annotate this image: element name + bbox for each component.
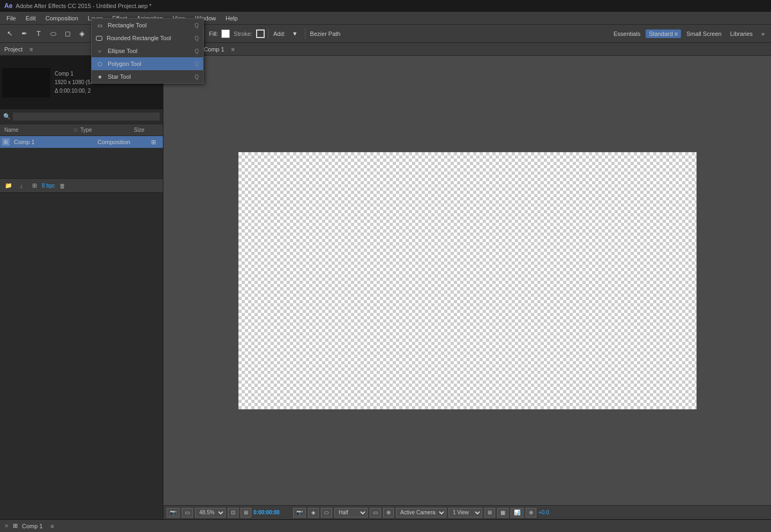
comp-flow-btn[interactable]: ⊞ (484, 508, 495, 518)
ws-small-screen[interactable]: Small Screen (683, 29, 724, 38)
dropdown-item-rectangle[interactable]: ▭ Rectangle Tool Q (92, 19, 203, 32)
dropdown-item-ellipse[interactable]: ○ Ellipse Tool Q (92, 44, 203, 57)
project-table-header: Name ⊙ Type Size (0, 124, 163, 136)
dropdown-item-star[interactable]: ★ Star Tool Q (92, 70, 203, 83)
selection-tool[interactable]: ↖ (3, 27, 16, 40)
col-header-size: Size (134, 127, 161, 133)
ws-standard[interactable]: Standard ≡ (646, 29, 681, 38)
project-panel-title: Project (4, 46, 23, 53)
grid-btn[interactable]: ⊞ (241, 508, 251, 518)
project-bottom-bar: 📁 ↓ ⊞ 8 bpc 🗑 (0, 178, 163, 192)
timeline-area: ✕ ⊞ Comp 1 ≡ 0:00:00:00 00000 (25.00 fps… (0, 519, 771, 532)
polygon-icon: ⬡ (96, 60, 103, 68)
polygon-shortcut: Q (194, 61, 199, 67)
rectangle-label: Rectangle Tool (108, 22, 147, 28)
import-icon[interactable]: ↓ (16, 181, 27, 191)
bpc-label: 8 bpc (42, 183, 55, 189)
bezier-label: Bezier Path (310, 31, 341, 37)
render-btn[interactable]: ▦ (497, 508, 508, 518)
preview-info: Comp 1 1920 x 1080 (5. Δ 0:00:10:00, 2 (55, 70, 92, 95)
title-bar: Ae Adobe After Effects CC 2015 - Untitle… (0, 0, 771, 12)
camera-select[interactable]: Active Camera (396, 508, 446, 518)
dropdown-item-polygon-left: ⬡ Polygon Tool (96, 60, 141, 68)
trash-icon[interactable]: 🗑 (57, 181, 68, 191)
workspace-switcher: Essentials Standard ≡ Small Screen Libra… (610, 29, 768, 38)
col-icon-space: ⊙ (71, 127, 80, 133)
comp-canvas (163, 56, 771, 505)
timeline-comp-name: Comp 1 (22, 523, 43, 529)
timeline-close-btn[interactable]: ✕ (4, 523, 9, 529)
eraser-tool[interactable]: ◻ (61, 27, 74, 40)
offset-label: +0.0 (538, 509, 549, 515)
menu-file[interactable]: File (2, 13, 20, 23)
menu-edit[interactable]: Edit (21, 13, 40, 23)
comp-panel-menu[interactable]: ≡ (228, 44, 238, 55)
dropdown-item-polygon[interactable]: ⬡ Polygon Tool Q (92, 57, 203, 70)
timeline-comp-icon: ⊞ (13, 522, 18, 529)
checkerboard-canvas (238, 152, 697, 409)
new-comp-icon[interactable]: ⊞ (29, 181, 40, 191)
search-icon: 🔍 (3, 113, 11, 120)
dropdown-item-star-left: ★ Star Tool (96, 73, 131, 80)
snapshot-btn[interactable]: 📷 (167, 508, 179, 518)
graph-btn[interactable]: 📊 (511, 508, 523, 518)
comp-panel-header: Composition Comp 1 ≡ (163, 43, 771, 56)
ws-libraries[interactable]: Libraries (727, 29, 756, 38)
shape-tool-dropdown[interactable]: ▭ Rectangle Tool Q Rounded Rectangle Too… (91, 18, 204, 84)
pen-tool[interactable]: ✒ (18, 27, 31, 40)
search-input[interactable] (13, 113, 160, 121)
project-panel-menu[interactable]: ≡ (26, 44, 36, 55)
stroke-color-swatch[interactable] (256, 29, 265, 38)
fit-btn[interactable]: ⊡ (228, 508, 238, 518)
stroke-label: Stroke: (234, 31, 252, 37)
3d-btn[interactable]: ⊕ (526, 508, 536, 518)
text-tool[interactable]: T (32, 27, 45, 40)
comp-name-tab[interactable]: Comp 1 (204, 46, 224, 53)
preview-name: Comp 1 (55, 70, 92, 78)
camera-snapshot-btn[interactable]: 📷 (293, 508, 306, 518)
timeline-panel-menu[interactable]: ≡ (47, 521, 58, 531)
transparency-btn[interactable]: ◈ (308, 508, 319, 518)
ws-essentials[interactable]: Essentials (610, 29, 643, 38)
rectangle-icon: ▭ (96, 21, 103, 29)
dropdown-item-rounded-rect[interactable]: Rounded Rectangle Tool Q (92, 32, 203, 44)
preview-info2: Δ 0:00:10:00, 2 (55, 87, 92, 95)
project-item-name: Comp 1 (12, 139, 98, 145)
left-panel: Project ≡ Comp 1 1920 x 1080 (5. Δ 0:00:… (0, 43, 163, 519)
fast-preview-btn[interactable]: ▭ (370, 508, 381, 518)
star-icon: ★ (96, 73, 103, 80)
show-channel-btn[interactable]: ▭ (182, 508, 193, 518)
region-btn[interactable]: ⬭ (321, 508, 332, 518)
menu-composition[interactable]: Composition (41, 13, 83, 23)
stamp-tool[interactable]: ◈ (76, 27, 88, 40)
zoom-select[interactable]: 48.5% 100% 50% 25% (195, 508, 226, 518)
brush-tool[interactable]: ⬭ (47, 27, 59, 40)
ws-more[interactable]: » (758, 29, 768, 38)
fill-label: Fill: (209, 31, 218, 37)
new-folder-icon[interactable]: 📁 (3, 181, 14, 191)
dropdown-item-rounded-rect-left: Rounded Rectangle Tool (96, 35, 171, 41)
rectangle-shortcut: Q (194, 23, 199, 28)
comp-area: Composition Comp 1 ≡ 📷 ▭ 48.5% 100% 50% … (163, 43, 771, 519)
app-title: Adobe After Effects CC 2015 - Untitled P… (16, 3, 152, 9)
rounded-rect-icon (96, 36, 102, 41)
viewer-bottom-bar: 📷 ▭ 48.5% 100% 50% 25% ⊡ ⊞ 0:00:00:00 📷 … (163, 505, 771, 519)
opengl-btn[interactable]: ⊕ (383, 508, 394, 518)
fill-color-swatch[interactable] (221, 29, 230, 38)
preview-thumbnail (2, 68, 50, 98)
rounded-rect-shortcut: Q (194, 35, 199, 41)
star-shortcut: Q (194, 74, 199, 80)
add-dropdown-btn[interactable]: ▾ (289, 27, 302, 40)
view-select[interactable]: 1 View 2 Views 4 Views (448, 508, 482, 518)
quality-select[interactable]: Half Full Quarter (334, 508, 368, 518)
workspace: Project ≡ Comp 1 1920 x 1080 (5. Δ 0:00:… (0, 43, 771, 519)
col-header-type: Type (80, 127, 134, 133)
project-search: 🔍 (0, 109, 163, 124)
comp-icon2: ⊞ (151, 139, 161, 146)
ellipse-icon: ○ (96, 47, 103, 55)
toolbar-sep-4 (268, 28, 268, 39)
timeline-header: ✕ ⊞ Comp 1 ≡ (0, 520, 771, 532)
project-item-comp1[interactable]: ⊞ Comp 1 Composition ⊞ (0, 136, 163, 148)
menu-help[interactable]: Help (221, 13, 242, 23)
rounded-rect-label: Rounded Rectangle Tool (107, 35, 171, 41)
